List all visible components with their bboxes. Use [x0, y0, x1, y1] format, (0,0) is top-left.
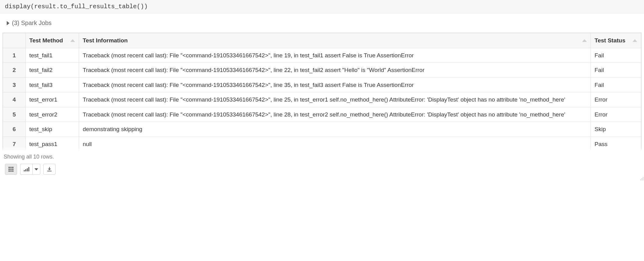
- bar-chart-icon: [24, 167, 29, 171]
- test-status-cell: Skip: [591, 122, 641, 137]
- test-information-cell: Traceback (most recent call last): File …: [79, 77, 591, 92]
- sort-asc-icon: [632, 39, 637, 42]
- chart-options-button[interactable]: [32, 164, 40, 175]
- table-row[interactable]: 3test_fail3Traceback (most recent call l…: [3, 77, 641, 92]
- results-table: Test Method Test Information Test Status…: [2, 33, 642, 151]
- test-status-cell: Error: [591, 92, 641, 107]
- test-information-cell: Traceback (most recent call last): File …: [79, 92, 591, 107]
- row-count-footer: Showing all 10 rows.: [2, 151, 642, 164]
- download-button[interactable]: [43, 164, 56, 175]
- test-status-cell: Pass: [591, 137, 641, 151]
- table-row[interactable]: 1test_fail1Traceback (most recent call l…: [3, 48, 641, 63]
- test-method-cell: test_error1: [26, 92, 79, 107]
- sort-asc-icon: [70, 39, 75, 42]
- column-header-test-method[interactable]: Test Method: [26, 33, 79, 48]
- test-status-cell: Fail: [591, 63, 641, 78]
- row-number-cell: 2: [3, 63, 26, 78]
- table-row[interactable]: 7test_pass1nullPass: [3, 137, 641, 151]
- chevron-down-icon: [34, 168, 38, 170]
- test-information-cell: Traceback (most recent call last): File …: [79, 48, 591, 63]
- row-number-cell: 1: [3, 48, 26, 63]
- row-number-cell: 4: [3, 92, 26, 107]
- test-method-cell: test_error2: [26, 107, 79, 122]
- download-icon: [47, 167, 52, 171]
- row-number-cell: 6: [3, 122, 26, 137]
- table-icon: [9, 167, 13, 172]
- table-row[interactable]: 6test_skipdemonstrating skippingSkip: [3, 122, 641, 137]
- test-information-cell: demonstrating skipping: [79, 122, 591, 137]
- test-method-cell: test_pass1: [26, 137, 79, 151]
- test-method-cell: test_fail3: [26, 77, 79, 92]
- test-status-cell: Fail: [591, 77, 641, 92]
- table-row[interactable]: 2test_fail2Traceback (most recent call l…: [3, 63, 641, 78]
- row-number-cell: 3: [3, 77, 26, 92]
- table-view-button[interactable]: [5, 164, 17, 175]
- code-text: display(result.to_full_results_table()): [5, 3, 148, 10]
- test-information-cell: null: [79, 137, 591, 151]
- table-row[interactable]: 4test_error1Traceback (most recent call …: [3, 92, 641, 107]
- row-number-cell: 5: [3, 107, 26, 122]
- row-number-cell: 7: [3, 137, 26, 151]
- sort-asc-icon: [582, 39, 587, 42]
- table-row[interactable]: 5test_error2Traceback (most recent call …: [3, 107, 641, 122]
- triangle-right-icon: [7, 21, 9, 25]
- output-toolbar: [2, 164, 642, 175]
- spark-jobs-toggle[interactable]: (3) Spark Jobs: [7, 20, 642, 27]
- resize-handle[interactable]: [639, 176, 643, 180]
- test-method-cell: test_fail2: [26, 63, 79, 78]
- test-information-cell: Traceback (most recent call last): File …: [79, 63, 591, 78]
- test-status-cell: Fail: [591, 48, 641, 63]
- column-header-test-status[interactable]: Test Status: [591, 33, 641, 48]
- column-header-test-information[interactable]: Test Information: [79, 33, 591, 48]
- row-number-header[interactable]: [3, 33, 26, 48]
- test-information-cell: Traceback (most recent call last): File …: [79, 107, 591, 122]
- chart-view-button[interactable]: [20, 164, 32, 175]
- spark-jobs-label: (3) Spark Jobs: [12, 20, 52, 27]
- test-method-cell: test_fail1: [26, 48, 79, 63]
- output-area: (3) Spark Jobs Test Method Test Informat…: [0, 13, 644, 175]
- test-status-cell: Error: [591, 107, 641, 122]
- code-input-cell[interactable]: display(result.to_full_results_table()): [0, 0, 644, 13]
- test-method-cell: test_skip: [26, 122, 79, 137]
